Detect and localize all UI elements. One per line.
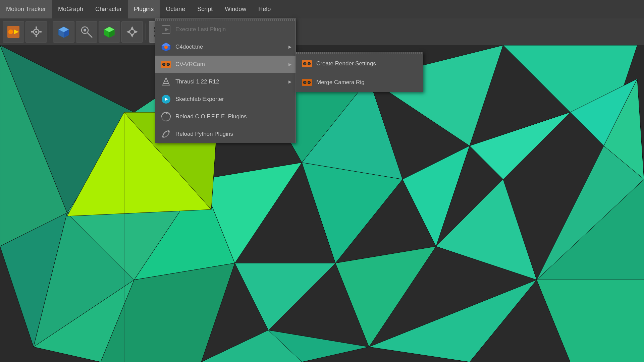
svg-rect-101 bbox=[306, 81, 308, 83]
toolbar-btn-pen[interactable] bbox=[76, 21, 97, 43]
menu-item-cv-vrcam[interactable]: CV-VRCam bbox=[155, 56, 296, 73]
svg-point-54 bbox=[130, 29, 135, 34]
menubar-item-help[interactable]: Help bbox=[252, 0, 277, 18]
svg-marker-56 bbox=[130, 34, 134, 38]
menubar-item-plugins[interactable]: Plugins bbox=[128, 0, 160, 18]
svg-point-94 bbox=[308, 63, 310, 65]
svg-rect-39 bbox=[36, 35, 37, 37]
menubar-item-window[interactable]: Window bbox=[219, 0, 252, 18]
menu-item-thrausi[interactable]: Thrausi 1.22 R12 bbox=[155, 73, 296, 90]
svg-point-80 bbox=[167, 63, 169, 65]
svg-marker-28 bbox=[537, 280, 644, 362]
execute-icon bbox=[161, 24, 171, 35]
toolbar-btn-settings[interactable] bbox=[25, 21, 47, 43]
menubar-item-script[interactable]: Script bbox=[191, 0, 219, 18]
toolbar-separator-2 bbox=[146, 23, 146, 40]
gear-icon bbox=[30, 26, 42, 38]
menubar-item-mograph[interactable]: MoGraph bbox=[52, 0, 89, 18]
toolbar-btn-move[interactable] bbox=[121, 21, 143, 43]
submenu-item-create-render[interactable]: Create Render Settings bbox=[296, 54, 423, 73]
menu-item-reload-coffee[interactable]: Reload C.O.F.F.E.E. Plugins bbox=[155, 108, 296, 125]
svg-marker-57 bbox=[126, 30, 130, 34]
menu-item-reload-python[interactable]: Reload Python Plugins bbox=[155, 125, 296, 143]
cube-icon bbox=[57, 25, 70, 38]
toolbar-separator-1 bbox=[50, 23, 50, 40]
submenu-item-merge-camera[interactable]: Merge Camera Rig bbox=[296, 73, 423, 92]
cv-vrcam-icon bbox=[161, 59, 171, 70]
greenbox-icon bbox=[103, 25, 116, 38]
background-canvas bbox=[0, 45, 644, 362]
create-render-icon bbox=[302, 58, 312, 69]
svg-point-100 bbox=[308, 81, 310, 83]
svg-rect-95 bbox=[306, 63, 308, 65]
menubar-item-octane[interactable]: Octane bbox=[160, 0, 191, 18]
menubar: Motion Tracker MoGraph Character Plugins… bbox=[0, 0, 644, 18]
thrausi-icon bbox=[161, 76, 171, 87]
sketchfab-icon bbox=[161, 94, 171, 105]
svg-marker-72 bbox=[165, 27, 169, 32]
svg-marker-58 bbox=[135, 30, 138, 34]
svg-rect-81 bbox=[165, 63, 167, 65]
menubar-item-character[interactable]: Character bbox=[89, 0, 128, 18]
menubar-item-motion-tracker[interactable]: Motion Tracker bbox=[0, 0, 52, 18]
svg-marker-17 bbox=[302, 163, 402, 263]
move-icon bbox=[126, 25, 139, 38]
python-icon bbox=[161, 129, 171, 139]
toolbar-btn-cube[interactable] bbox=[53, 21, 74, 43]
merge-camera-icon bbox=[302, 77, 312, 88]
svg-marker-55 bbox=[130, 26, 134, 29]
menu-item-sketchfab[interactable]: Sketchfab Exporter bbox=[155, 90, 296, 108]
play-icon bbox=[7, 25, 20, 39]
svg-marker-82 bbox=[163, 78, 169, 85]
pen-icon bbox=[80, 25, 93, 38]
svg-rect-41 bbox=[39, 31, 42, 33]
svg-marker-21 bbox=[470, 112, 570, 179]
toolbar-btn-play[interactable] bbox=[3, 21, 24, 43]
svg-point-78 bbox=[163, 63, 165, 65]
svg-marker-18 bbox=[235, 263, 335, 330]
svg-point-98 bbox=[304, 81, 306, 83]
cv-vrcam-submenu: Create Render Settings Merge Camera Rig bbox=[296, 52, 423, 92]
svg-rect-38 bbox=[36, 26, 37, 29]
c4doctane-icon bbox=[161, 42, 171, 52]
svg-point-92 bbox=[304, 63, 306, 65]
menu-item-execute-last[interactable]: Execute Last Plugin bbox=[155, 21, 296, 38]
svg-point-37 bbox=[35, 31, 37, 33]
coffee-icon bbox=[161, 111, 171, 122]
plugins-dropdown: Execute Last Plugin C4doctane CV-VRCam bbox=[155, 18, 296, 143]
toolbar-btn-greenbox[interactable] bbox=[99, 21, 120, 43]
svg-line-48 bbox=[88, 33, 92, 38]
svg-point-34 bbox=[8, 29, 13, 34]
menu-item-c4doctane[interactable]: C4doctane bbox=[155, 38, 296, 56]
svg-point-75 bbox=[164, 46, 168, 49]
toolbar bbox=[0, 18, 644, 45]
svg-rect-40 bbox=[31, 31, 33, 33]
